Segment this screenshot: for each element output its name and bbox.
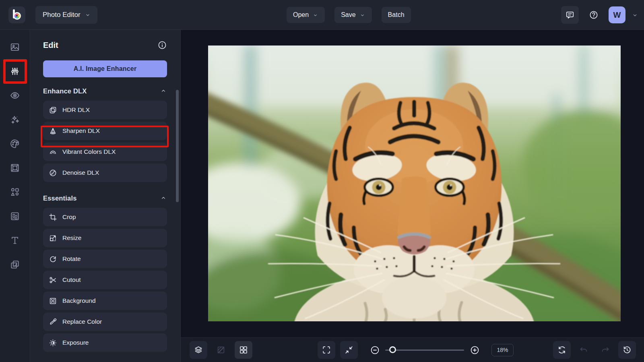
- rail-item-frames[interactable]: [10, 163, 20, 173]
- batch-label: Batch: [388, 11, 405, 19]
- denoise-dlx-icon: [49, 169, 57, 177]
- item-label: Denoise DLX: [62, 169, 99, 176]
- grid-view-button[interactable]: [235, 341, 252, 359]
- section-title: Enhance DLX: [43, 87, 87, 95]
- photo-editor-app: Photo Editor Open Save Batch W: [0, 0, 644, 362]
- rotate-item[interactable]: Rotate: [43, 250, 167, 268]
- section-title: Essentials: [43, 194, 77, 202]
- toolbar-left-group: [190, 341, 252, 359]
- resize-item[interactable]: Resize: [43, 229, 167, 247]
- item-label: Cutout: [62, 276, 81, 283]
- rail-item-image-manager[interactable]: [10, 42, 20, 52]
- item-label: HDR DLX: [62, 106, 90, 114]
- item-label: Sharpen DLX: [62, 127, 100, 134]
- chevron-down-icon: [85, 12, 91, 18]
- zoom-out-button[interactable]: [367, 342, 383, 358]
- bottom-toolbar: 18%: [181, 337, 644, 362]
- background-item[interactable]: Background: [43, 292, 167, 310]
- ai-image-enhancer-button[interactable]: A.I. Image Enhancer: [43, 60, 167, 77]
- section-header-enhance-dlx[interactable]: Enhance DLX: [43, 86, 167, 96]
- open-label: Open: [293, 11, 309, 19]
- top-bar-right: W: [561, 0, 638, 30]
- save-label: Save: [341, 11, 355, 19]
- info-icon[interactable]: [157, 40, 167, 50]
- fullscreen-button[interactable]: [318, 341, 335, 359]
- layers-button[interactable]: [190, 341, 207, 359]
- item-label: Exposure: [62, 339, 89, 346]
- mode-selector[interactable]: Photo Editor: [35, 6, 97, 24]
- save-button[interactable]: Save: [334, 7, 372, 23]
- rail-item-effects[interactable]: [10, 114, 20, 125]
- panel-scrollbar-thumb[interactable]: [176, 90, 179, 202]
- exposure-item[interactable]: Exposure: [43, 333, 167, 352]
- history-button[interactable]: [618, 341, 636, 359]
- crop-icon: [49, 213, 57, 221]
- zoom-cluster: [367, 342, 483, 358]
- edit-panel: Edit A.I. Image Enhancer Enhance DLXHDR …: [30, 30, 180, 362]
- cutout-icon: [49, 276, 57, 284]
- zoom-slider-track[interactable]: [385, 350, 464, 351]
- sharpen-dlx-item[interactable]: Sharpen DLX: [43, 122, 167, 140]
- rotate-icon: [49, 255, 57, 263]
- resize-icon: [49, 234, 57, 242]
- rail-item-graphics[interactable]: [10, 187, 20, 197]
- zoom-in-button[interactable]: [466, 342, 483, 358]
- sharpen-dlx-icon: [49, 127, 57, 135]
- undo-button[interactable]: [575, 341, 592, 359]
- chevron-up-icon[interactable]: [160, 87, 167, 95]
- chevron-up-icon[interactable]: [160, 194, 167, 202]
- feedback-button[interactable]: [561, 6, 579, 24]
- vibrant-colors-dlx-item[interactable]: Vibrant Colors DLX: [43, 143, 167, 161]
- left-rail: [0, 30, 30, 362]
- denoise-dlx-item[interactable]: Denoise DLX: [43, 163, 167, 182]
- crop-item[interactable]: Crop: [43, 208, 167, 226]
- account-chevron-down-icon[interactable]: [632, 12, 638, 19]
- canvas-area[interactable]: 18%: [180, 30, 644, 362]
- help-button[interactable]: [585, 6, 603, 24]
- body-row: Edit A.I. Image Enhancer Enhance DLXHDR …: [0, 30, 644, 362]
- tiger-photo[interactable]: [208, 46, 621, 321]
- toolbar-history-group: [553, 341, 636, 359]
- item-label: Crop: [62, 213, 76, 221]
- replace-color-icon: [49, 318, 57, 326]
- open-button[interactable]: Open: [287, 7, 325, 23]
- top-bar: Photo Editor Open Save Batch W: [0, 0, 644, 30]
- reset-button[interactable]: [553, 341, 571, 359]
- zoom-slider-handle[interactable]: [389, 346, 396, 353]
- replace-color-item[interactable]: Replace Color: [43, 312, 167, 331]
- hdr-dlx-item[interactable]: HDR DLX: [43, 101, 167, 119]
- item-label: Background: [62, 297, 96, 304]
- batch-button[interactable]: Batch: [382, 7, 411, 23]
- panel-title: Edit: [43, 41, 58, 50]
- zoom-level-badge: 18%: [491, 344, 514, 356]
- user-avatar[interactable]: W: [609, 6, 625, 23]
- section-header-essentials[interactable]: Essentials: [43, 193, 167, 203]
- rail-item-layers[interactable]: [10, 259, 20, 270]
- zoom-slider[interactable]: [385, 342, 464, 358]
- chevron-down-icon: [312, 12, 318, 18]
- cutout-item[interactable]: Cutout: [43, 271, 167, 289]
- rail-item-textures[interactable]: [10, 211, 20, 221]
- item-label: Rotate: [62, 255, 81, 263]
- rail-item-artsy[interactable]: [10, 139, 20, 149]
- hdr-dlx-icon: [49, 106, 57, 114]
- item-label: Resize: [62, 234, 81, 242]
- rail-item-edit[interactable]: [10, 66, 20, 77]
- toolbar-center-group: 18%: [318, 341, 514, 359]
- befunky-logo[interactable]: [8, 6, 25, 23]
- exposure-icon: [49, 339, 57, 347]
- redo-button[interactable]: [597, 341, 614, 359]
- panel-header: Edit: [43, 40, 167, 50]
- logo-color-wheel-icon: [13, 12, 21, 20]
- rail-item-text[interactable]: [10, 235, 20, 246]
- rail-item-touch-up[interactable]: [10, 90, 20, 101]
- item-label: Vibrant Colors DLX: [62, 148, 116, 155]
- mode-label: Photo Editor: [43, 11, 80, 19]
- vibrant-colors-dlx-icon: [49, 148, 57, 156]
- panel-sections: Enhance DLXHDR DLXSharpen DLXVibrant Col…: [43, 86, 167, 352]
- top-bar-center: Open Save Batch: [287, 0, 411, 30]
- compare-button[interactable]: [212, 341, 230, 359]
- item-label: Replace Color: [62, 318, 102, 325]
- background-icon: [49, 297, 57, 305]
- fit-screen-button[interactable]: [340, 341, 358, 359]
